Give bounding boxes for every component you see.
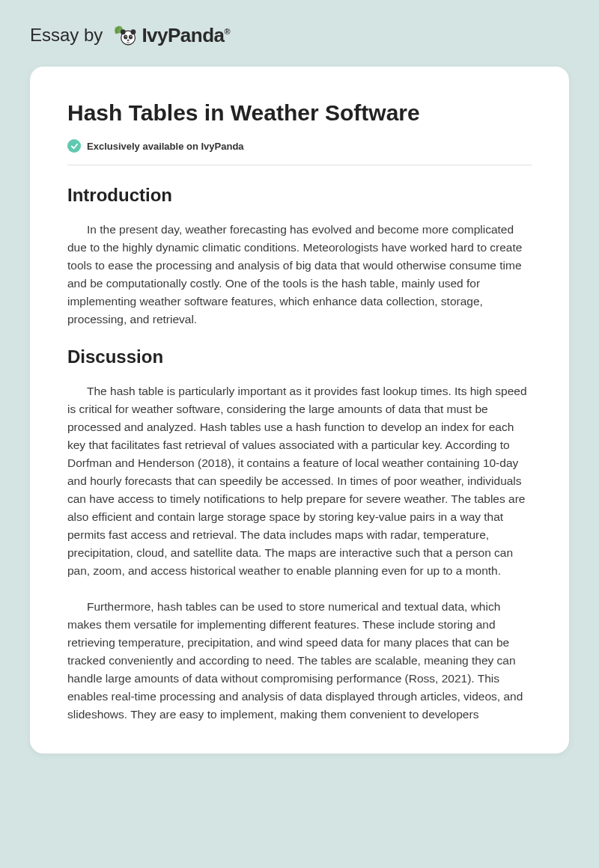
exclusive-label: Exclusively available on IvyPanda [87, 141, 244, 152]
document-title: Hash Tables in Weather Software [67, 100, 532, 126]
svg-point-7 [127, 40, 130, 41]
svg-point-2 [131, 29, 136, 34]
paragraph-discussion-2: Furthermore, hash tables can be used to … [67, 598, 532, 724]
section-heading-introduction: Introduction [67, 185, 532, 206]
paragraph-intro: In the present day, weather forecasting … [67, 221, 532, 328]
trademark-symbol: ® [225, 27, 231, 36]
section-heading-discussion: Discussion [67, 346, 532, 367]
header-bar: Essay by IvyPanda® [30, 22, 569, 48]
svg-point-4 [129, 35, 133, 40]
essay-by-label: Essay by [30, 25, 103, 46]
panda-leaf-icon [112, 22, 137, 48]
brand-name: IvyPanda® [142, 24, 230, 47]
document-card: Hash Tables in Weather Software Exclusiv… [30, 67, 569, 754]
brand-name-text: IvyPanda [142, 24, 224, 46]
check-icon [67, 139, 81, 153]
exclusive-badge-row: Exclusively available on IvyPanda [67, 139, 532, 165]
paragraph-discussion-1: The hash table is particularly important… [67, 382, 532, 580]
svg-point-5 [126, 36, 127, 37]
svg-point-1 [121, 29, 126, 34]
svg-point-6 [131, 36, 132, 37]
svg-point-3 [124, 35, 128, 40]
brand-logo: IvyPanda® [112, 22, 230, 48]
